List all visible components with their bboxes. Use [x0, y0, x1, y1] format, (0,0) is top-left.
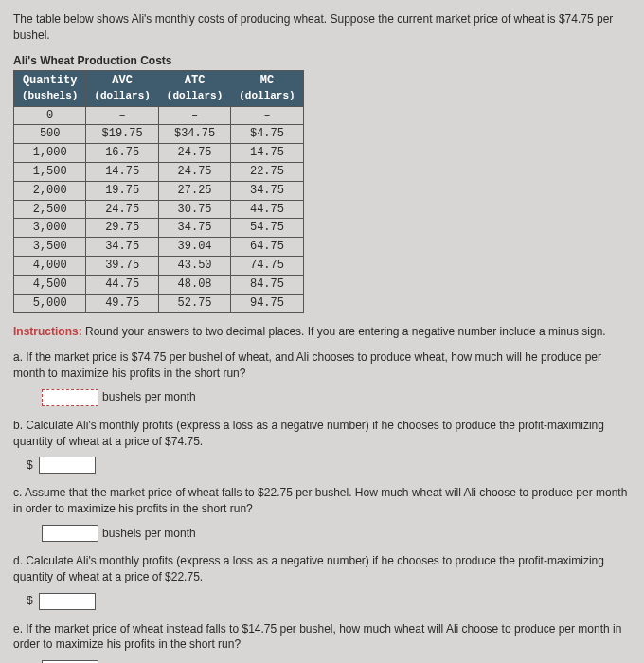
cost-table: Quantity (bushels) AVC (dollars) ATC (do… — [13, 70, 304, 313]
cell-avc: 34.75 — [86, 238, 158, 257]
question-b: b. Calculate Ali's monthly profits (expr… — [13, 418, 631, 450]
cell-atc: – — [158, 106, 230, 125]
header-qty: Quantity (bushels) — [14, 71, 86, 106]
cell-qty: 500 — [14, 125, 86, 144]
cell-mc: – — [231, 106, 303, 125]
cell-atc: 27.25 — [158, 181, 230, 200]
dollar-d: $ — [27, 593, 33, 609]
cell-qty: 3,500 — [14, 238, 86, 257]
table-row: 1,50014.7524.7522.75 — [14, 162, 304, 181]
question-d: d. Calculate Ali's monthly profits (expr… — [13, 553, 631, 585]
cell-qty: 2,000 — [14, 181, 86, 200]
cell-qty: 5,000 — [14, 294, 86, 313]
cell-mc: 34.75 — [231, 181, 303, 200]
cell-avc: 14.75 — [86, 162, 158, 181]
cell-avc: 19.75 — [86, 181, 158, 200]
cell-atc: 43.50 — [158, 256, 230, 275]
cell-avc: 24.75 — [86, 200, 158, 219]
table-row: 4,50044.7548.0884.75 — [14, 275, 304, 294]
cell-mc: 22.75 — [231, 162, 303, 181]
header-mc: MC (dollars) — [231, 71, 303, 106]
cell-mc: 44.75 — [231, 200, 303, 219]
cell-atc: 24.75 — [158, 144, 230, 163]
cell-avc: – — [86, 106, 158, 125]
dollar-b: $ — [27, 457, 33, 474]
cell-avc: 16.75 — [86, 144, 158, 163]
cell-mc: 94.75 — [231, 294, 303, 313]
cell-atc: 30.75 — [158, 200, 230, 219]
header-avc: AVC (dollars) — [86, 71, 158, 106]
instructions: Instructions: Round your answers to two … — [13, 324, 631, 340]
unit-c: bushels per month — [102, 526, 196, 542]
cell-qty: 4,500 — [14, 275, 86, 294]
input-a[interactable] — [42, 389, 98, 406]
cell-qty: 1,000 — [14, 144, 86, 163]
instructions-label: Instructions: — [13, 325, 82, 338]
table-row: 4,00039.7543.5074.75 — [14, 256, 304, 275]
cell-atc: $34.75 — [158, 125, 230, 144]
cell-avc: 49.75 — [86, 294, 158, 313]
table-row: 1,00016.7524.7514.75 — [14, 144, 304, 163]
cell-atc: 34.75 — [158, 219, 230, 238]
table-row: 3,50034.7539.0464.75 — [14, 238, 304, 257]
cell-atc: 24.75 — [158, 162, 230, 181]
cell-qty: 3,000 — [14, 219, 86, 238]
cell-avc: $19.75 — [86, 125, 158, 144]
table-title: Ali's Wheat Production Costs — [13, 53, 631, 69]
cell-qty: 0 — [14, 106, 86, 125]
input-d[interactable] — [39, 593, 96, 610]
question-e: e. If the market price of wheat instead … — [13, 621, 631, 654]
cell-mc: 14.75 — [231, 144, 303, 163]
intro-text: The table below shows Ali's monthly cost… — [13, 11, 631, 44]
cell-atc: 52.75 — [158, 294, 230, 313]
table-row: 5,00049.7552.7594.75 — [14, 294, 304, 313]
table-row: 2,50024.7530.7544.75 — [14, 200, 304, 219]
cell-qty: 1,500 — [14, 162, 86, 181]
header-atc: ATC (dollars) — [158, 71, 230, 106]
cell-mc: 84.75 — [231, 275, 303, 294]
input-b[interactable] — [39, 457, 96, 474]
question-c: c. Assume that the market price of wheat… — [13, 485, 631, 517]
table-row: 0––– — [14, 106, 304, 125]
cell-mc: 54.75 — [231, 219, 303, 238]
cell-avc: 39.75 — [86, 256, 158, 275]
cell-qty: 4,000 — [14, 256, 86, 275]
question-a: a. If the market price is $74.75 per bus… — [13, 349, 631, 382]
cell-mc: 64.75 — [231, 238, 303, 257]
table-row: 500$19.75$34.75$4.75 — [14, 125, 304, 144]
table-row: 2,00019.7527.2534.75 — [14, 181, 304, 200]
unit-a: bushels per month — [102, 389, 196, 405]
cell-avc: 44.75 — [86, 275, 158, 294]
cell-atc: 39.04 — [158, 238, 230, 257]
cell-mc: $4.75 — [231, 125, 303, 144]
cell-atc: 48.08 — [158, 275, 230, 294]
cell-qty: 2,500 — [14, 200, 86, 219]
table-row: 3,00029.7534.7554.75 — [14, 219, 304, 238]
cell-avc: 29.75 — [86, 219, 158, 238]
cell-mc: 74.75 — [231, 256, 303, 275]
input-c[interactable] — [42, 525, 98, 542]
